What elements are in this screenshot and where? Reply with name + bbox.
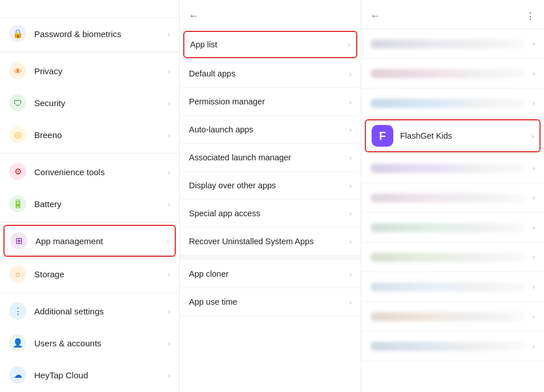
app-icon-flashget: F bbox=[372, 125, 393, 147]
sidebar-label-breeno: Breeno bbox=[34, 130, 168, 140]
breeno-icon: ◎ bbox=[9, 126, 26, 143]
chevron-battery: › bbox=[168, 200, 170, 208]
chevron-convenience: › bbox=[168, 168, 170, 176]
right-panel: ← ⋮ ›››FFlashGet Kids›››››››› bbox=[361, 0, 544, 392]
app-item-flashget[interactable]: FFlashGet Kids› bbox=[365, 119, 541, 152]
sidebar-label-battery: Battery bbox=[34, 199, 168, 209]
app-item-app1[interactable]: › bbox=[361, 29, 544, 59]
app-item-app7[interactable]: › bbox=[361, 213, 544, 243]
sidebar-item-users[interactable]: 👤 Users & accounts › bbox=[0, 327, 179, 359]
right-header: ← ⋮ bbox=[361, 0, 544, 29]
sidebar-label-appmgmt: App management bbox=[35, 236, 167, 246]
mid-item-recoveruninstall[interactable]: Recover Uninstalled System Apps › bbox=[180, 228, 361, 256]
sidebar-item-addset[interactable]: ⋮ Additional settings › bbox=[0, 295, 179, 327]
mid-chevron-specialaccess: › bbox=[349, 209, 352, 218]
mid-item-appusetime[interactable]: App use time › bbox=[180, 288, 361, 316]
mid-chevron-permissionmgr: › bbox=[349, 98, 352, 106]
chevron-heytap: › bbox=[168, 371, 170, 379]
mid-label-appcloner: App cloner bbox=[189, 269, 349, 278]
app-bar-app5 bbox=[370, 164, 525, 173]
more-icon[interactable]: ⋮ bbox=[526, 11, 535, 22]
appmgmt-icon: ⊞ bbox=[10, 232, 27, 249]
mid-chevron-appcloner: › bbox=[349, 270, 352, 278]
app-chevron-app6: › bbox=[533, 193, 535, 202]
sidebar-item-battery[interactable]: 🔋 Battery › bbox=[0, 188, 179, 220]
sidebar-label-storage: Storage bbox=[34, 269, 168, 279]
mid-item-defaultapps[interactable]: Default apps › bbox=[180, 60, 361, 88]
app-bar-app8 bbox=[370, 253, 525, 262]
mid-label-autolaunch: Auto-launch apps bbox=[189, 125, 349, 134]
sidebar-item-breeno[interactable]: ◎ Breeno › bbox=[0, 119, 179, 151]
chevron-storage: › bbox=[168, 270, 170, 278]
left-panel: 🔒 Password & biometrics › 👁 Privacy › 🛡 … bbox=[0, 0, 180, 392]
app-chevron-app9: › bbox=[533, 282, 535, 291]
settings-list: 🔒 Password & biometrics › 👁 Privacy › 🛡 … bbox=[0, 18, 179, 392]
chevron-privacy: › bbox=[168, 67, 170, 75]
mid-item-autolaunch[interactable]: Auto-launch apps › bbox=[180, 116, 361, 144]
sidebar-label-heytap: HeyTap Cloud bbox=[34, 370, 168, 380]
sidebar-item-privacy[interactable]: 👁 Privacy › bbox=[0, 55, 179, 87]
mid-separator bbox=[180, 256, 361, 260]
sidebar-item-convenience[interactable]: ⚙ Convenience tools › bbox=[0, 156, 179, 188]
app-bar-app10 bbox=[370, 312, 525, 321]
app-item-app10[interactable]: › bbox=[361, 302, 544, 332]
app-chevron-app2: › bbox=[533, 69, 535, 78]
mid-back-arrow[interactable]: ← bbox=[189, 10, 199, 22]
app-chevron-app11: › bbox=[533, 342, 535, 350]
password-icon: 🔒 bbox=[9, 25, 26, 42]
mid-list: App list › Default apps › Permission man… bbox=[180, 29, 361, 316]
sidebar-item-password[interactable]: 🔒 Password & biometrics › bbox=[0, 18, 179, 50]
users-icon: 👤 bbox=[9, 334, 26, 351]
sidebar-item-appmgmt[interactable]: ⊞ App management › bbox=[3, 225, 176, 257]
mid-label-recoveruninstall: Recover Uninstalled System Apps bbox=[189, 237, 349, 246]
mid-item-permissionmgr[interactable]: Permission manager › bbox=[180, 88, 361, 116]
right-back-arrow[interactable]: ← bbox=[370, 10, 380, 22]
privacy-icon: 👁 bbox=[9, 62, 26, 79]
mid-item-displayover[interactable]: Display over other apps › bbox=[180, 172, 361, 200]
mid-item-applist[interactable]: App list › bbox=[183, 31, 357, 58]
app-item-app6[interactable]: › bbox=[361, 183, 544, 213]
sidebar-label-security: Security bbox=[34, 98, 168, 108]
sidebar-item-security[interactable]: 🛡 Security › bbox=[0, 87, 179, 119]
chevron-users: › bbox=[168, 339, 170, 347]
mid-label-specialaccess: Special app access bbox=[189, 209, 349, 218]
mid-label-appusetime: App use time bbox=[189, 297, 349, 306]
sidebar-item-heytap[interactable]: ☁ HeyTap Cloud › bbox=[0, 359, 179, 391]
app-item-app2[interactable]: › bbox=[361, 59, 544, 88]
app-list: ›››FFlashGet Kids›››››››› bbox=[361, 29, 544, 389]
mid-chevron-defaultapps: › bbox=[349, 70, 352, 78]
mid-chevron-recoveruninstall: › bbox=[349, 237, 352, 246]
app-bar-app6 bbox=[370, 193, 525, 203]
chevron-password: › bbox=[168, 30, 170, 38]
app-item-app8[interactable]: › bbox=[361, 243, 544, 272]
app-chevron-app8: › bbox=[533, 253, 535, 261]
app-bar-app11 bbox=[370, 342, 525, 351]
sidebar-label-password: Password & biometrics bbox=[34, 29, 168, 39]
sidebar-label-privacy: Privacy bbox=[34, 66, 168, 76]
security-icon: 🛡 bbox=[9, 94, 26, 111]
mid-label-assoclaunch: Associated launch manager bbox=[189, 153, 349, 162]
right-header-icons: ⋮ bbox=[526, 11, 535, 22]
convenience-icon: ⚙ bbox=[9, 163, 26, 180]
mid-item-assoclaunch[interactable]: Associated launch manager › bbox=[180, 144, 361, 172]
mid-item-specialaccess[interactable]: Special app access › bbox=[180, 200, 361, 228]
app-item-app9[interactable]: › bbox=[361, 272, 544, 302]
app-item-app3[interactable]: › bbox=[361, 88, 544, 118]
battery-icon: 🔋 bbox=[9, 195, 26, 212]
addset-icon: ⋮ bbox=[9, 302, 26, 320]
mid-chevron-appusetime: › bbox=[349, 298, 352, 306]
mid-item-appcloner[interactable]: App cloner › bbox=[180, 260, 361, 288]
settings-title bbox=[0, 0, 179, 18]
sidebar-item-storage[interactable]: ○ Storage › bbox=[0, 258, 179, 290]
sidebar-label-users: Users & accounts bbox=[34, 338, 168, 348]
mid-label-permissionmgr: Permission manager bbox=[189, 97, 349, 106]
mid-chevron-assoclaunch: › bbox=[349, 153, 352, 162]
sidebar-label-addset: Additional settings bbox=[34, 306, 168, 316]
app-item-app5[interactable]: › bbox=[361, 153, 544, 183]
sidebar-label-convenience: Convenience tools bbox=[34, 167, 168, 177]
app-bar-app9 bbox=[370, 282, 525, 292]
chevron-security: › bbox=[168, 99, 170, 107]
mid-panel: ← App list › Default apps › Permission m… bbox=[180, 0, 361, 392]
app-item-app11[interactable]: › bbox=[361, 332, 544, 361]
chevron-breeno: › bbox=[168, 131, 170, 139]
